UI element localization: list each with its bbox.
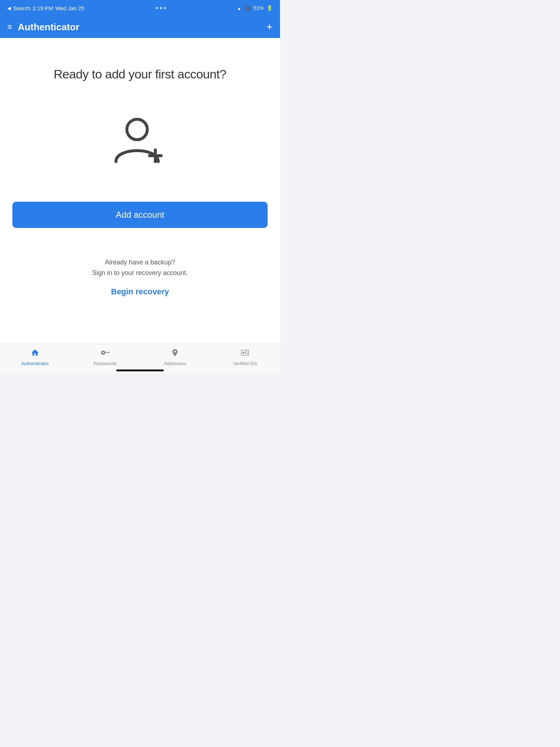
nav-title: Authenticator bbox=[18, 22, 79, 33]
tab-addresses[interactable]: Addresses bbox=[140, 348, 210, 366]
battery-icon: 🔋 bbox=[267, 5, 273, 11]
tab-authenticator[interactable]: Authenticator bbox=[0, 348, 70, 366]
status-center-dots bbox=[156, 7, 166, 9]
home-icon bbox=[31, 348, 39, 359]
wifi-icon bbox=[237, 5, 241, 11]
status-back-label: Search bbox=[13, 5, 31, 11]
key-icon bbox=[101, 348, 109, 359]
location-icon bbox=[171, 348, 179, 359]
home-indicator bbox=[116, 369, 164, 371]
heading-section: Ready to add your first account? bbox=[54, 67, 226, 81]
status-right: 🎧 51% 🔋 bbox=[237, 5, 273, 11]
tab-addresses-label: Addresses bbox=[164, 361, 186, 366]
recovery-line1: Already have a backup? bbox=[92, 257, 188, 268]
nav-bar: ≡ Authenticator + bbox=[0, 16, 280, 38]
status-date: Wed Jan 25 bbox=[55, 5, 84, 11]
add-button[interactable]: + bbox=[266, 22, 273, 32]
tab-bar: Authenticator Passwords Addresses Verifi… bbox=[0, 344, 280, 374]
tab-authenticator-label: Authenticator bbox=[21, 361, 49, 366]
tab-verified-ids[interactable]: Verified IDs bbox=[210, 348, 280, 366]
svg-point-0 bbox=[127, 119, 147, 140]
status-time: 2:19 PM bbox=[33, 5, 53, 11]
heading-text: Ready to add your first account? bbox=[54, 67, 226, 81]
status-bar: ◀ Search 2:19 PM Wed Jan 25 🎧 51% 🔋 bbox=[0, 0, 280, 16]
tab-verified-ids-label: Verified IDs bbox=[233, 361, 257, 366]
tab-passwords[interactable]: Passwords bbox=[70, 348, 140, 366]
main-content: Ready to add your first account? Add acc… bbox=[0, 38, 280, 344]
begin-recovery-link[interactable]: Begin recovery bbox=[92, 287, 188, 297]
add-account-button[interactable]: Add account bbox=[12, 202, 268, 228]
status-left: ◀ Search 2:19 PM Wed Jan 25 bbox=[7, 5, 84, 11]
id-icon bbox=[241, 348, 249, 359]
menu-icon[interactable]: ≡ bbox=[7, 23, 12, 31]
battery-indicator: 51% bbox=[253, 5, 264, 11]
recovery-section: Already have a backup? Sign in to your r… bbox=[92, 257, 188, 297]
add-person-icon bbox=[111, 111, 169, 169]
svg-point-4 bbox=[243, 352, 245, 354]
headphones-icon: 🎧 bbox=[244, 5, 250, 11]
tab-passwords-label: Passwords bbox=[93, 361, 117, 366]
nav-left: ≡ Authenticator bbox=[7, 22, 79, 33]
recovery-line2: Sign in to your recovery account. bbox=[92, 268, 188, 278]
svg-rect-3 bbox=[241, 350, 249, 355]
back-arrow-icon: ◀ bbox=[7, 5, 11, 11]
